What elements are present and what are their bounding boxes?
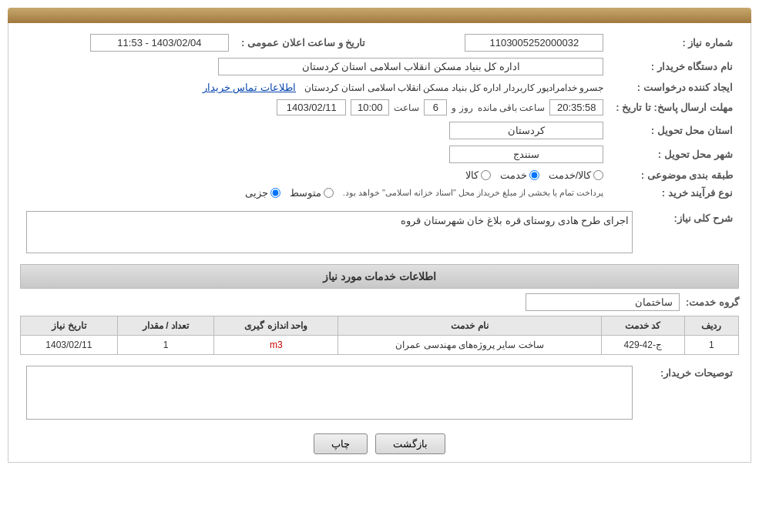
table-cell: 1 <box>117 336 214 355</box>
col-tarikh: تاریخ نیاز <box>21 316 118 336</box>
col-radif: ردیف <box>684 316 738 336</box>
col-kod: کد خدمت <box>601 316 684 336</box>
tarikhoSaat-label: تاریخ و ساعت اعلان عمومی : <box>235 31 371 55</box>
namDastgah-value: اداره کل بنیاد مسکن انقلاب اسلامی استان … <box>218 58 603 75</box>
noeFarayand-jozii-label: جزیی <box>245 187 268 199</box>
tabaqe-kala-radio[interactable] <box>481 170 491 180</box>
services-table: ردیف کد خدمت نام خدمت واحد اندازه گیری ت… <box>20 316 739 355</box>
tabaqe-khedmat-label: خدمت <box>500 169 527 181</box>
mohlatErsal-label: مهلت ارسال پاسخ: تا تاریخ : <box>610 96 739 119</box>
table-row: 1ج-42-429ساخت سایر پروژه‌های مهندسی عمرا… <box>21 336 739 355</box>
shomareNiaz-label: شماره نیاز : <box>610 31 739 55</box>
noeFarayand-jozii-radio[interactable] <box>270 188 280 198</box>
mohlatRoz-value: 6 <box>424 99 447 115</box>
mohlatRoz-label: روز و <box>452 102 472 113</box>
shomareNiaz-value: 1103005252000032 <box>465 34 603 52</box>
namDastgah-label: نام دستگاه خریدار : <box>610 55 739 79</box>
sharhNiaz-value: اجرای طرح هادی روستای قره بلاغ خان شهرست… <box>401 215 629 226</box>
print-button[interactable]: چاپ <box>314 433 368 454</box>
ostan-label: استان محل تحویل : <box>610 119 739 142</box>
noeFarayand-jozii-option[interactable]: جزیی <box>245 187 280 199</box>
tabaqeBandi-label: طبقه بندی موضوعی : <box>610 166 739 184</box>
noeFarayand-label: نوع فرآیند خرید : <box>610 184 739 202</box>
tabaqe-khedmat-radio[interactable] <box>529 170 539 180</box>
tabaqe-khedmat-option[interactable]: خدمت <box>500 169 539 181</box>
mohlatDate-value: 1403/02/11 <box>277 99 346 115</box>
ostan-value: کردستان <box>449 122 603 139</box>
ejadKonande-label: ایجاد کننده درخواست : <box>610 79 739 96</box>
table-cell: 1 <box>684 336 738 355</box>
noeFarayand-motosat-option[interactable]: متوسط <box>290 187 334 199</box>
table-cell: m3 <box>214 336 338 355</box>
col-nam: نام خدمت <box>338 316 601 336</box>
groheKhedmat-value: ساختمان <box>526 293 680 311</box>
noeFarayand-desc: پرداخت تمام یا بخشی از مبلغ خریداز محل "… <box>343 188 604 198</box>
mohlatCountdown-value: 20:35:58 <box>549 99 603 115</box>
tabaqe-kala-label: کالا <box>465 169 479 181</box>
tarikhoSaat-value: 1403/02/04 - 11:53 <box>90 34 229 52</box>
col-vahed: واحد اندازه گیری <box>214 316 338 336</box>
ejadKonande-link[interactable]: اطلاعات تماس خریدار <box>203 82 296 93</box>
table-cell: 1403/02/11 <box>21 336 118 355</box>
page-title <box>8 8 751 23</box>
tabaqe-kalaKhedmat-radio[interactable] <box>593 170 603 180</box>
groheKhedmat-label: گروه خدمت: <box>686 296 739 308</box>
shahr-value: سنندج <box>449 146 603 163</box>
tosifKharidar-label: توصیحات خریدار: <box>660 367 733 379</box>
table-cell: ساخت سایر پروژه‌های مهندسی عمران <box>338 336 601 355</box>
tosifKharidar-textarea[interactable] <box>26 366 633 420</box>
back-button[interactable]: بازگشت <box>375 433 445 454</box>
tabaqe-kalaKhedmat-label: کالا/خدمت <box>549 169 592 181</box>
tabaqe-kalaKhedmat-option[interactable]: کالا/خدمت <box>549 169 604 181</box>
noeFarayand-motosat-label: متوسط <box>290 187 321 199</box>
col-tedad: تعداد / مقدار <box>117 316 214 336</box>
mohlatSaat-value: 10:00 <box>351 99 389 115</box>
sharhNiaz-label: شرح کلی نیاز: <box>673 212 733 224</box>
mohlatSaat-label: ساعت <box>394 102 419 113</box>
mohlatCountdown-label: ساعت باقی مانده <box>478 102 546 113</box>
tabaqe-kala-option[interactable]: کالا <box>465 169 491 181</box>
table-cell: ج-42-429 <box>601 336 684 355</box>
ejadKonande-value: جسرو خدامرادپور کاربردار اداره کل بنیاد … <box>304 82 603 93</box>
sharhNiaz-textarea: اجرای طرح هادی روستای قره بلاغ خان شهرست… <box>26 211 633 253</box>
khedamat-section-header: اطلاعات خدمات مورد نیاز <box>20 264 739 289</box>
shahr-label: شهر محل تحویل : <box>610 142 739 166</box>
noeFarayand-motosat-radio[interactable] <box>324 188 334 198</box>
